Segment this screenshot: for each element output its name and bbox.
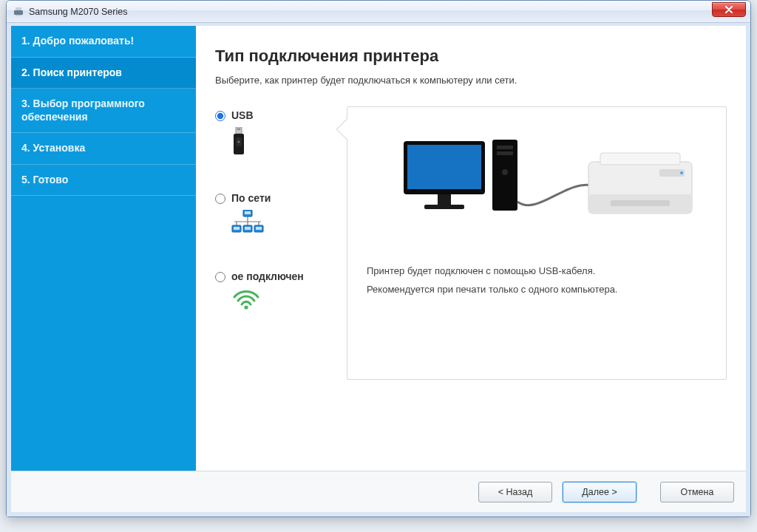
svg-rect-10 <box>245 211 251 214</box>
radio-network[interactable] <box>215 194 225 204</box>
body-area: 1. Добро пожаловать! 2. Поиск принтеров … <box>11 26 746 471</box>
printer-icon <box>13 6 24 18</box>
step-search-printers[interactable]: 2. Поиск принтеров <box>11 58 196 89</box>
sidebar: 1. Добро пожаловать! 2. Поиск принтеров … <box>11 26 196 471</box>
svg-point-8 <box>238 141 240 143</box>
svg-rect-0 <box>14 10 23 15</box>
window-close-button[interactable] <box>712 2 746 17</box>
svg-rect-28 <box>497 146 513 149</box>
radio-wireless[interactable] <box>215 272 225 282</box>
option-wireless-label: ое подключен <box>231 270 304 282</box>
svg-rect-33 <box>600 153 680 165</box>
option-usb[interactable]: USB <box>215 109 333 160</box>
cancel-button[interactable]: Отмена <box>660 482 734 502</box>
svg-rect-1 <box>16 7 21 10</box>
svg-rect-5 <box>239 129 240 130</box>
svg-rect-36 <box>611 200 670 206</box>
step-select-software[interactable]: 3. Выбор программного обеспечения <box>11 89 196 133</box>
svg-rect-4 <box>237 129 239 130</box>
wifi-icon <box>231 288 333 313</box>
svg-rect-29 <box>497 151 513 155</box>
connection-options: USB <box>215 106 333 313</box>
close-icon <box>724 6 733 13</box>
usb-icon <box>231 127 333 160</box>
option-usb-label: USB <box>231 109 254 121</box>
step-install[interactable]: 4. Установка <box>11 133 196 165</box>
page-subtitle: Выберите, как принтер будет подключаться… <box>215 75 727 86</box>
titlebar: Samsung M2070 Series <box>7 1 750 23</box>
back-button[interactable]: < Назад <box>478 482 552 502</box>
svg-rect-21 <box>256 227 262 230</box>
step-welcome[interactable]: 1. Добро пожаловать! <box>11 26 196 58</box>
preview-notch <box>336 119 357 140</box>
radio-usb[interactable] <box>215 111 225 121</box>
option-network-label: По сети <box>231 192 271 204</box>
step-done[interactable]: 5. Готово <box>11 165 196 197</box>
svg-rect-25 <box>438 194 451 205</box>
main-panel: Тип подключения принтера Выберите, как п… <box>196 26 746 471</box>
svg-point-30 <box>502 169 508 175</box>
option-network[interactable]: По сети <box>215 192 333 238</box>
footer: < Назад Далее > Отмена <box>11 471 746 512</box>
next-button[interactable]: Далее > <box>563 482 637 502</box>
svg-point-35 <box>680 171 683 174</box>
page-heading: Тип подключения принтера <box>215 47 727 66</box>
svg-point-22 <box>244 306 248 310</box>
svg-rect-2 <box>16 15 21 16</box>
svg-rect-3 <box>236 127 242 134</box>
svg-rect-24 <box>407 145 481 189</box>
window-title: Samsung M2070 Series <box>29 7 127 17</box>
svg-rect-19 <box>245 227 251 230</box>
option-wireless[interactable]: ое подключен <box>215 270 333 313</box>
preview-text: Принтер будет подключен с помощью USB-ка… <box>362 262 711 299</box>
client-area: 1. Добро пожаловать! 2. Поиск принтеров … <box>7 23 750 516</box>
options-row: USB <box>215 106 727 380</box>
installer-window: Samsung M2070 Series 1. Добро пожаловать… <box>6 0 751 517</box>
preview-line2: Рекомендуется при печати только с одного… <box>367 281 711 299</box>
preview-line1: Принтер будет подключен с помощью USB-ка… <box>367 262 711 281</box>
svg-rect-26 <box>424 205 464 209</box>
svg-rect-17 <box>234 227 240 230</box>
preview-panel: Принтер будет подключен с помощью USB-ка… <box>347 106 727 380</box>
preview-illustration <box>362 120 711 246</box>
network-icon <box>231 210 333 238</box>
